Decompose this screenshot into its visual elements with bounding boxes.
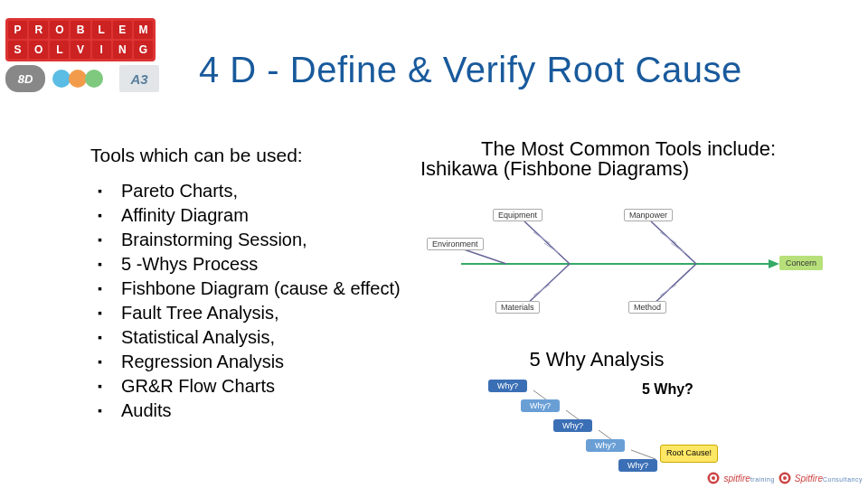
svg-point-21 [712,476,715,480]
svg-line-4 [524,221,570,264]
svg-point-24 [783,476,787,480]
svg-line-9 [533,232,550,243]
list-item: Regression Analysis [118,350,425,374]
svg-line-18 [631,450,656,459]
fishbone-diagram: Equipment Manpower Environment Materials… [443,212,823,316]
list-item: 5 -Whys Process [118,252,425,277]
tools-list: Pareto Charts, Affinity Diagram Brainsto… [90,179,425,423]
badge-a3: A3 [119,65,159,92]
why-step-1: Why? [488,380,527,392]
svg-line-11 [660,232,676,243]
corner-logo: PROBLEM SOLVING 8D A3 [5,18,173,108]
svg-line-13 [533,285,550,296]
svg-line-6 [524,264,570,306]
svg-line-7 [651,264,696,306]
list-item: Pareto Charts, [118,179,425,203]
spitfire-icon [707,472,720,484]
fishbone-method-label: Method [628,301,666,314]
why-step-2: Why? [521,399,560,412]
root-cause-label: Root Cause! [660,445,718,463]
list-item: Fishbone Diagram (cause & effect) [118,277,425,301]
fishbone-manpower-label: Manpower [624,209,673,221]
fishbone-materials-label: Materials [495,301,540,314]
svg-marker-3 [769,259,779,268]
list-item: Brainstorming Session, [118,228,425,252]
footer-brand: spitfiretraining SpitfireConsultancy [707,472,863,484]
fishbone-equipment-label: Equipment [493,209,542,221]
problem-solving-logo: PROBLEM SOLVING [5,18,156,61]
five-why-title: 5 Why Analysis [452,348,741,371]
ishikawa-label: Ishikawa (Fishbone Diagrams) [411,158,845,180]
list-item: Audits [118,399,425,423]
why-step-4: Why? [586,439,625,452]
list-item: GR&R Flow Charts [118,374,425,399]
pdca-icon [51,65,114,92]
fishbone-environment-label: Environment [427,238,484,250]
spitfire-icon [778,472,791,484]
tools-lead-text: Tools which can be used: [90,145,425,166]
svg-line-12 [671,243,685,253]
svg-line-8 [461,249,506,264]
svg-line-14 [660,285,676,296]
five-why-logo: 5 Why? [642,381,693,398]
slide-title: 4 D - Define & Verify Root Cause [199,50,742,90]
svg-line-10 [544,243,559,253]
why-step-3: Why? [553,419,592,432]
svg-line-5 [651,221,696,264]
why-step-5: Why? [618,459,657,472]
list-item: Statistical Analysis, [118,325,425,350]
list-item: Affinity Diagram [118,203,425,228]
badge-8d: 8D [5,65,45,92]
five-why-diagram: Why? Why? Why? Why? Why? Root Cause! 5 W… [488,380,796,479]
svg-point-1 [186,25,208,47]
fishbone-concern-label: Concern [779,256,823,270]
list-item: Fault Tree Analysis, [118,301,425,325]
